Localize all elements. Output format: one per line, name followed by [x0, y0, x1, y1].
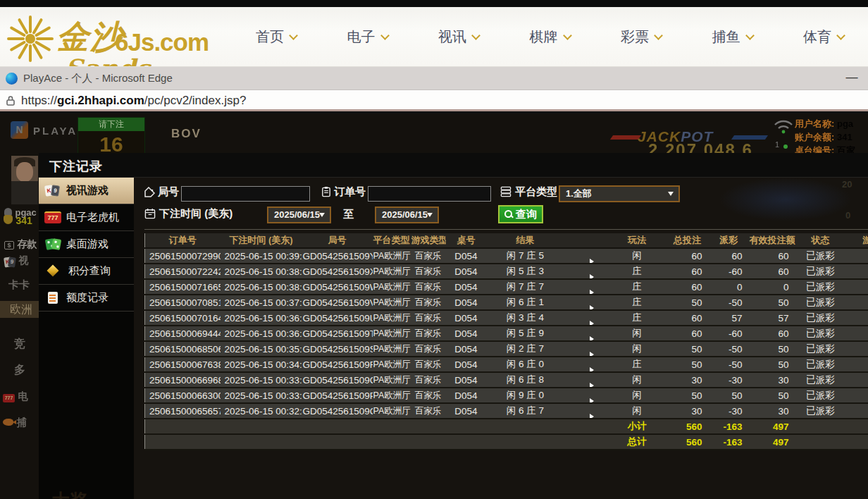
table-row: 250615000656576 2025-06-15 00:32:44 GD05… — [145, 403, 868, 419]
cell-platform: PA欧洲厅 — [373, 341, 411, 357]
cell-time: 2025-06-15 00:39:41 — [221, 248, 302, 264]
search-button[interactable]: 查询 — [498, 205, 543, 223]
order-label: 订单号 — [334, 185, 366, 199]
card-9-icon: 9 — [8, 257, 16, 267]
table-row: 250615000701648 2025-06-15 00:36:57 GD05… — [145, 310, 868, 326]
avatar — [11, 156, 38, 204]
cell-status: 已派彩 — [795, 295, 846, 310]
cell-total-bet: 50 — [666, 341, 709, 357]
cell-valid-bet: 50 — [749, 341, 795, 357]
sidebar-item-icon — [46, 265, 63, 277]
order-input[interactable] — [368, 186, 491, 202]
column-header: 桌号 — [446, 233, 487, 248]
column-header: 总投注 — [666, 233, 709, 248]
date-from-select[interactable]: 2025/06/15 — [267, 207, 331, 223]
nav-item[interactable]: 捕鱼 — [712, 27, 753, 47]
sidebar-item[interactable]: 积分查询 — [39, 258, 134, 285]
cell-payout: -30 — [709, 403, 749, 419]
cell-status: 已派彩 — [795, 310, 846, 326]
cell-game: 百家乐 — [411, 388, 446, 403]
cell-order: 250615000663003 — [145, 388, 221, 403]
cell-replay — [564, 279, 608, 295]
cell-game: 百家乐 — [411, 248, 446, 264]
cell-round: GD0542561509S — [302, 341, 373, 357]
nav-item[interactable]: 视讯 — [438, 27, 479, 47]
column-header: 派彩 — [709, 233, 749, 248]
table-row: 250615000663003 2025-06-15 00:33:20 GD05… — [145, 388, 868, 403]
cell-status: 已派彩 — [795, 372, 846, 388]
cell-round: GD0542561509T — [302, 326, 373, 341]
cell-total-bet: 50 — [666, 295, 709, 310]
nav-item[interactable]: 首页 — [256, 27, 297, 47]
sidebar-item-icon — [48, 292, 58, 304]
cell-round: GD0542561509Y — [302, 248, 373, 264]
cell-time: 2025-06-15 00:33:55 — [221, 372, 302, 388]
brand-domain: 6Js.com — [115, 28, 209, 56]
total-bet: 560 — [666, 434, 709, 450]
cell-status: 已派彩 — [795, 264, 846, 279]
rail-deposit[interactable]: $ 存款 — [4, 238, 41, 251]
cell-replay — [564, 248, 608, 264]
search-icon — [504, 210, 513, 218]
cell-valid-bet: 30 — [749, 372, 795, 388]
cell-replay — [564, 388, 608, 403]
cell-play-type: 闲 — [608, 403, 666, 419]
cell-payout: 50 — [709, 388, 749, 403]
cell-result: 闲 7 庄 7 — [487, 279, 564, 295]
rail-jingmi-hall[interactable]: 竞 — [14, 337, 41, 352]
cell-game: 百家乐 — [411, 295, 446, 310]
cell-platform: PA欧洲厅 — [373, 264, 411, 279]
sidebar-item-label: 视讯游戏 — [66, 184, 108, 197]
cell-payout: -50 — [709, 341, 749, 357]
nav-item[interactable]: 电子 — [347, 27, 388, 47]
chevron-down-icon — [289, 31, 298, 40]
date-to-select[interactable]: 2025/06/15 — [375, 207, 439, 223]
rail-card-hall[interactable]: 卡卡 — [8, 278, 41, 292]
cell-order: 250615000716656 — [145, 279, 221, 295]
sidebar-item[interactable]: K9 视讯游戏 — [39, 178, 134, 204]
dim-number-0: 0 — [845, 210, 850, 221]
cell-total-bet: 60 — [666, 279, 709, 295]
bet-records-modal: 下注记录 K9 视讯游戏 电子老虎机 桌面游 — [39, 153, 868, 499]
chevron-down-icon — [654, 31, 663, 40]
round-input[interactable] — [181, 186, 310, 202]
sidebar-item[interactable]: 桌面游戏 — [39, 231, 134, 258]
cell-game: 百家乐 — [411, 341, 446, 357]
window-title: PlayAce - 个人 - Microsoft Edge — [23, 72, 173, 85]
nav-item[interactable]: 棋牌 — [530, 27, 571, 47]
column-header: 结果 — [487, 233, 564, 248]
cell-result: 闲 5 庄 9 — [487, 326, 564, 341]
cell-order: 250615000694446 — [145, 326, 221, 341]
cell-round: GD0542561509R — [302, 357, 373, 372]
nav-item[interactable]: 彩票 — [621, 27, 662, 47]
edge-browser-icon — [6, 73, 18, 85]
slot-777-icon: 777 — [3, 394, 15, 402]
rail-fishing-tab[interactable]: 捕 — [3, 416, 41, 429]
platform-select[interactable]: 1.全部 — [559, 185, 680, 202]
cell-play-type: 闲 — [608, 372, 666, 388]
rail-duotai-hall[interactable]: 多 — [14, 363, 41, 378]
signal-dot — [783, 144, 788, 149]
table-row: 250615000708518 2025-06-15 00:37:35 GD05… — [145, 295, 868, 310]
cell-extra — [846, 403, 868, 419]
sidebar-empty-area: 大奖 — [39, 312, 134, 499]
money-bag-icon — [4, 215, 13, 224]
cell-payout: -60 — [709, 326, 749, 341]
nav-item[interactable]: 体育 — [803, 27, 844, 47]
rail-slots-tab[interactable]: 777 电 — [3, 390, 41, 403]
sidebar-item-icon: K9 — [44, 185, 61, 197]
cell-total-bet: 60 — [666, 264, 709, 279]
url-bar[interactable]: https://gci.2hhapi.com/pc/pcv2/index.jsp… — [0, 90, 868, 111]
cell-payout: -50 — [709, 295, 749, 310]
cell-table-no: D054 — [446, 388, 487, 403]
sidebar-item[interactable]: 电子老虎机 — [39, 204, 134, 231]
cell-valid-bet: 60 — [749, 264, 795, 279]
minimize-button[interactable]: — — [843, 68, 861, 87]
cell-valid-bet: 57 — [749, 310, 795, 326]
rail-video-tab[interactable]: K9 视 — [4, 254, 41, 267]
cell-status: 已派彩 — [795, 341, 846, 357]
chevron-down-icon — [380, 31, 390, 40]
round-label: 局号 — [158, 185, 179, 199]
rail-europe-hall[interactable]: 欧洲 — [0, 301, 41, 318]
sidebar-item[interactable]: 额度记录 — [39, 285, 134, 312]
